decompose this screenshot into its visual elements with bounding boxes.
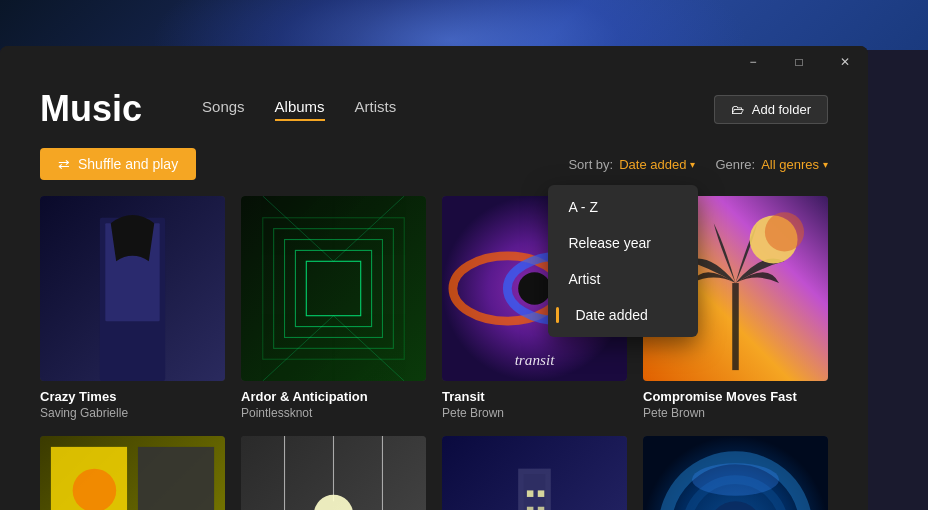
sort-az-label: A - Z — [568, 199, 598, 215]
album-card-8[interactable] — [643, 436, 828, 510]
header-right: 🗁 Add folder — [714, 95, 828, 124]
album-thumb-crazy-times — [40, 196, 225, 381]
shuffle-icon: ⇄ — [58, 156, 70, 172]
genre-value-text: All genres — [761, 157, 819, 172]
titlebar: − □ ✕ — [0, 46, 868, 78]
sort-option-az[interactable]: A - Z — [548, 189, 698, 225]
sort-controls: Sort by: Date added ▾ A - Z Release year — [568, 157, 828, 172]
maximize-button[interactable]: □ — [776, 46, 822, 78]
album-title-crazy-times: Crazy Times — [40, 389, 225, 404]
sort-label: Sort by: — [568, 157, 613, 172]
tab-songs[interactable]: Songs — [202, 98, 245, 121]
header: Music Songs Albums Artists 🗁 Add folder — [40, 78, 828, 130]
sort-option-release-year[interactable]: Release year — [548, 225, 698, 261]
folder-icon: 🗁 — [731, 102, 744, 117]
album-artist-transit: Pete Brown — [442, 406, 627, 420]
sort-release-year-label: Release year — [568, 235, 651, 251]
album-thumb-7 — [442, 436, 627, 510]
svg-rect-19 — [732, 283, 739, 370]
album-title-ardor: Ardor & Anticipation — [241, 389, 426, 404]
album-artist-ardor: Pointlessknot — [241, 406, 426, 420]
genre-label: Genre: — [715, 157, 755, 172]
selected-indicator — [556, 307, 559, 323]
nav-tabs: Songs Albums Artists — [202, 98, 396, 121]
album-card-crazy-times[interactable]: Crazy Times Saving Gabrielle — [40, 196, 225, 420]
album-artist-compromise: Pete Brown — [643, 406, 828, 420]
svg-point-16 — [518, 272, 551, 305]
sort-option-date-added[interactable]: Date added — [548, 297, 698, 333]
shuffle-label: Shuffle and play — [78, 156, 178, 172]
album-thumb-5 — [40, 436, 225, 510]
svg-rect-24 — [138, 447, 214, 510]
genre-dropdown-trigger[interactable]: All genres ▾ — [761, 157, 828, 172]
tab-artists[interactable]: Artists — [355, 98, 397, 121]
album-title-compromise: Compromise Moves Fast — [643, 389, 828, 404]
sort-dropdown-trigger[interactable]: Date added ▾ — [619, 157, 695, 172]
album-card-5[interactable] — [40, 436, 225, 510]
main-content: Music Songs Albums Artists 🗁 Add folder … — [0, 78, 868, 510]
album-thumb-8 — [643, 436, 828, 510]
album-card-7[interactable] — [442, 436, 627, 510]
album-title-transit: Transit — [442, 389, 627, 404]
sort-chevron: ▾ — [690, 159, 695, 170]
sort-artist-label: Artist — [568, 271, 600, 287]
sort-group: Sort by: Date added ▾ A - Z Release year — [568, 157, 695, 172]
album-grid: Crazy Times Saving Gabrielle — [40, 196, 828, 510]
svg-rect-3 — [241, 196, 426, 381]
album-thumb-ardor — [241, 196, 426, 381]
svg-point-21 — [765, 212, 804, 251]
tab-albums[interactable]: Albums — [275, 98, 325, 121]
main-window: − □ ✕ Music Songs Albums Artists 🗁 Add f… — [0, 46, 868, 510]
album-artist-crazy-times: Saving Gabrielle — [40, 406, 225, 420]
close-button[interactable]: ✕ — [822, 46, 868, 78]
svg-rect-40 — [527, 490, 534, 497]
svg-point-49 — [692, 463, 779, 496]
album-card-ardor[interactable]: Ardor & Anticipation Pointlessknot — [241, 196, 426, 420]
genre-group: Genre: All genres ▾ — [715, 157, 828, 172]
svg-rect-41 — [538, 490, 545, 497]
app-title: Music — [40, 88, 142, 130]
shuffle-button[interactable]: ⇄ Shuffle and play — [40, 148, 196, 180]
sort-option-artist[interactable]: Artist — [548, 261, 698, 297]
genre-chevron: ▾ — [823, 159, 828, 170]
album-thumb-6 — [241, 436, 426, 510]
svg-text:transit: transit — [515, 351, 556, 368]
sort-dropdown-menu: A - Z Release year Artist Date added — [548, 185, 698, 337]
sort-date-added-label: Date added — [575, 307, 647, 323]
add-folder-label: Add folder — [752, 102, 811, 117]
sort-value-text: Date added — [619, 157, 686, 172]
album-card-6[interactable] — [241, 436, 426, 510]
add-folder-button[interactable]: 🗁 Add folder — [714, 95, 828, 124]
minimize-button[interactable]: − — [730, 46, 776, 78]
toolbar: ⇄ Shuffle and play Sort by: Date added ▾… — [40, 148, 828, 180]
